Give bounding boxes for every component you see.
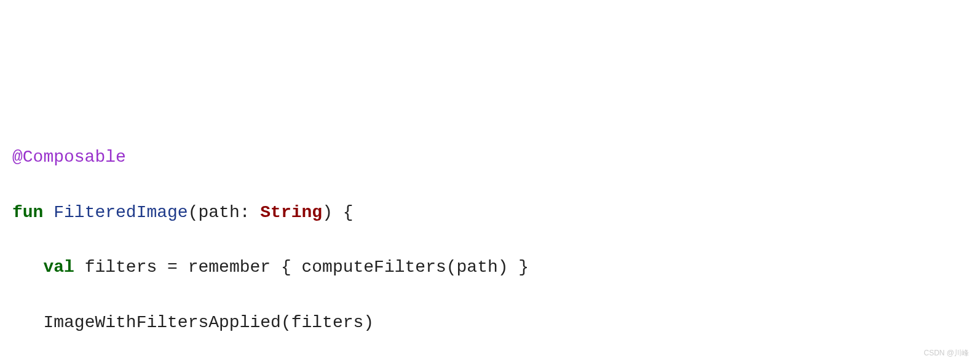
- indent: [12, 313, 43, 332]
- annotation-token: @Composable: [12, 148, 126, 167]
- type-token: String: [260, 203, 322, 222]
- function-name: FilteredImage: [43, 203, 188, 222]
- plain-token: (path:: [188, 203, 261, 222]
- code-line-2: fun FilteredImage(path: String) {: [12, 199, 968, 227]
- code-line-4: ImageWithFiltersApplied(filters): [12, 309, 968, 337]
- code-block: @Composable fun FilteredImage(path: Stri…: [12, 116, 968, 364]
- keyword-val: val: [43, 258, 74, 277]
- indent: [12, 258, 43, 277]
- code-line-3: val filters = remember { computeFilters(…: [12, 254, 968, 282]
- keyword-fun: fun: [12, 203, 43, 222]
- watermark-text: CSDN @川峰: [923, 347, 969, 359]
- plain-token: filters = remember { computeFilters(path…: [74, 258, 529, 277]
- plain-token: ImageWithFiltersApplied(filters): [43, 313, 374, 332]
- code-line-1: @Composable: [12, 144, 968, 172]
- plain-token: ) {: [322, 203, 353, 222]
